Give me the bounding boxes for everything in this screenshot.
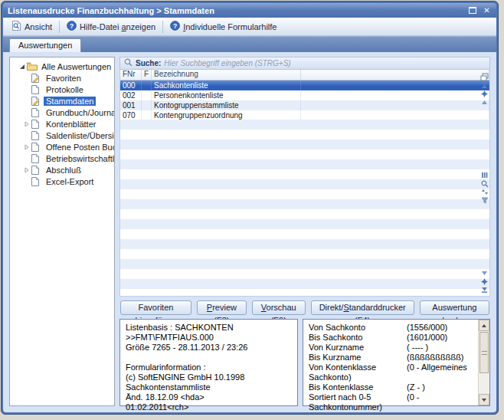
help-icon: ? xyxy=(170,21,180,32)
header-fnr[interactable]: FNr xyxy=(120,70,142,80)
scroll-down-icon[interactable] xyxy=(480,269,489,277)
scrollbar-up-icon[interactable] xyxy=(479,320,489,331)
tree-item-excel-export[interactable]: Excel-Export xyxy=(10,176,114,187)
vorschau-button[interactable]: Vorschau (F9) xyxy=(252,300,306,315)
restore-icon[interactable] xyxy=(467,6,477,15)
page-icon xyxy=(31,154,44,163)
scroll-page-down-icon[interactable] xyxy=(480,277,489,286)
page-icon xyxy=(31,120,44,129)
table-header-row: FNr F Bezeichnung xyxy=(120,70,489,80)
tree-item-label: Stammdaten xyxy=(44,97,96,106)
scroll-first-icon[interactable] xyxy=(480,81,489,90)
help-icon: ? xyxy=(67,21,77,32)
parameter-info-panel: Von Sachkonto(1556/000) Bis Sachkonto(16… xyxy=(303,319,490,406)
tree-item-label: Protokolle xyxy=(44,85,86,94)
info-line: Größe 7265 - 28.11.2013 / 23:26 xyxy=(126,343,292,353)
evaluation-tree-panel: Alle Auswertungen Favoriten Protokolle S… xyxy=(9,57,115,406)
empty-rows-area xyxy=(120,120,489,296)
evaluation-table: FNr F Bezeichnung 000Sachkontenliste 002… xyxy=(119,70,490,297)
svg-text:?: ? xyxy=(173,22,177,30)
table-row[interactable]: 002Personenkontenliste xyxy=(120,90,489,100)
ansicht-button[interactable]: Ansicht xyxy=(6,19,57,34)
tree-item-saldenliste-uebersicht[interactable]: Saldenliste/Übersicht xyxy=(10,130,114,141)
search-input[interactable]: Suche: Hier Suchbegriff eingeben (STRG+S… xyxy=(119,57,490,70)
page-icon xyxy=(31,143,44,152)
toolbar: Ansicht ? Hilfe-Datei anzeigen ? Individ… xyxy=(3,18,496,36)
columns-icon[interactable] xyxy=(480,171,489,179)
page-edit-icon xyxy=(31,74,44,83)
param-entry: Von Kontenklasse(0 - Allgemeines Sachkon… xyxy=(309,363,476,382)
close-icon[interactable]: ✕ xyxy=(482,6,492,15)
header-bezeichnung[interactable]: Bezeichnung xyxy=(152,70,301,80)
search-icon xyxy=(124,58,133,68)
auswertung-drucken-button[interactable]: Auswertung drucken xyxy=(420,300,489,315)
search-label: Suche: xyxy=(136,59,161,67)
scroll-up-icon[interactable] xyxy=(480,98,489,107)
filter-icon[interactable] xyxy=(480,196,489,205)
tree-item-label: Favoriten xyxy=(44,74,83,83)
tree-item-label: Betriebswirtschaftliche Auswertungen xyxy=(44,154,115,163)
tree-item-label: Saldenliste/Übersicht xyxy=(44,131,115,140)
list-info-panel: Listenbasis : SACHKONTEN >>FMT\FMTFIAUS.… xyxy=(119,319,298,406)
tree-item-betriebswirtschaftliche-auswertungen[interactable]: Betriebswirtschaftliche Auswertungen xyxy=(10,153,114,164)
page-icon xyxy=(31,166,44,175)
tab-auswertungen[interactable]: Auswertungen xyxy=(9,38,81,52)
collapsed-arrow-icon[interactable] xyxy=(24,144,31,150)
param-entry: Sortiert nach 0-5(0 - Sachkontonummer) xyxy=(309,392,476,412)
tree-item-label: Offene Posten Buchhaltung xyxy=(44,143,115,152)
collapsed-arrow-icon[interactable] xyxy=(24,167,31,173)
search-icon[interactable] xyxy=(480,179,489,188)
param-entry: Bis Kurzname(ßßßßßßßßßß) xyxy=(309,353,476,363)
scrollbar-down-icon[interactable] xyxy=(479,394,489,405)
toolbar-separator xyxy=(59,21,60,33)
table-row[interactable]: 000Sachkontenliste xyxy=(120,80,489,90)
tab-strip: Auswertungen xyxy=(3,36,496,52)
tree-item-abschluss[interactable]: Abschluß xyxy=(10,164,114,176)
tree-item-kontenblaetter[interactable]: Kontenblätter xyxy=(10,118,114,130)
header-empty[interactable] xyxy=(301,70,489,80)
info-scrollbar[interactable] xyxy=(478,320,489,405)
hilfe-datei-anzeigen-button[interactable]: ? Hilfe-Datei anzeigen xyxy=(61,19,161,34)
tree-item-favoriten[interactable]: Favoriten xyxy=(10,72,114,84)
info-line: Änd. 18.12.09 <hda> xyxy=(126,392,292,402)
info-line: >>FMT\FMTFIAUS.000 xyxy=(126,333,292,343)
tree-item-protokolle[interactable]: Protokolle xyxy=(10,84,114,95)
favoriten-hinzufuegen-button[interactable]: Favoriten hinzufügen xyxy=(120,300,191,315)
sort-icon[interactable] xyxy=(480,188,489,196)
info-line: 01.02.2011<rch> xyxy=(126,402,292,412)
info-line: Listenbasis : SACHKONTEN xyxy=(126,323,292,333)
page-icon xyxy=(31,85,44,94)
search-placeholder: Hier Suchbegriff eingeben (STRG+S) xyxy=(164,59,290,67)
scroll-page-up-icon[interactable] xyxy=(480,90,489,98)
tree-item-grundbuch-journale[interactable]: Grundbuch/Journale xyxy=(10,107,114,118)
tree-item-label: Abschluß xyxy=(44,166,83,175)
individuelle-formularhilfe-button[interactable]: ? Individuelle Formularhilfe xyxy=(165,19,282,34)
action-button-row: Favoriten hinzufügen Preview (F3) Vorsch… xyxy=(119,297,490,319)
page-icon xyxy=(31,131,44,140)
expanded-arrow-icon[interactable] xyxy=(19,64,27,70)
table-row[interactable]: 001Kontogruppenstammliste xyxy=(120,100,489,110)
svg-text:?: ? xyxy=(70,22,74,30)
folder-icon xyxy=(27,62,39,71)
toolbar-separator xyxy=(162,21,163,33)
view-page-icon xyxy=(11,21,21,32)
info-line: (c) SoftENGINE GmbH 10.1998 xyxy=(126,372,292,382)
tree-item-alle-auswertungen[interactable]: Alle Auswertungen xyxy=(10,61,114,72)
tree-item-offene-posten-buchhaltung[interactable]: Offene Posten Buchhaltung xyxy=(10,141,114,153)
direkt-standarddrucker-button[interactable]: Direkt/Standarddrucker (F4) xyxy=(311,300,414,315)
collapsed-arrow-icon[interactable] xyxy=(24,121,31,127)
tree-item-stammdaten[interactable]: Stammdaten xyxy=(10,95,114,107)
scrollbar-thumb[interactable] xyxy=(479,332,489,373)
tree-item-label: Excel-Export xyxy=(44,177,96,186)
column-chooser-icon[interactable] xyxy=(480,71,489,79)
page-edit-icon xyxy=(31,97,44,106)
table-nav-strip xyxy=(479,80,489,296)
tree-item-label: Alle Auswertungen xyxy=(39,62,113,71)
header-f[interactable]: F xyxy=(142,70,152,80)
preview-button[interactable]: Preview (F3) xyxy=(197,300,247,315)
scroll-last-icon[interactable] xyxy=(480,286,489,294)
title-bar[interactable]: Listenausdrucke Finanzbuchhaltung > Stam… xyxy=(3,3,496,18)
info-line: Formularinformation : xyxy=(126,363,292,372)
param-entry: Bis Kontenklasse(Z - ) xyxy=(309,382,476,392)
tree-item-label: Grundbuch/Journale xyxy=(44,108,115,117)
